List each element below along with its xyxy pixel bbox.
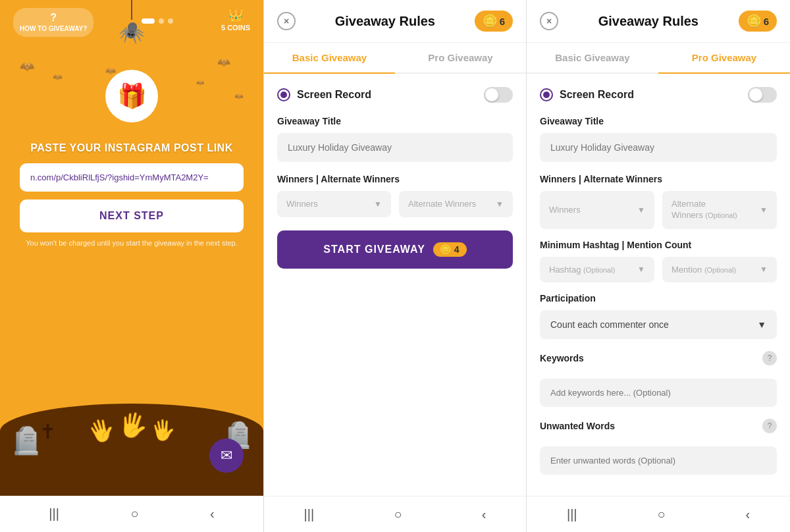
footer-bars-icon-pro[interactable]: ||| [567, 507, 577, 522]
participation-chevron-pro: ▼ [757, 319, 766, 330]
screen-record-toggle-basic[interactable] [484, 87, 513, 103]
footer-home-icon-basic[interactable]: ○ [394, 507, 402, 522]
winners-dropdown-pro[interactable]: Winners ▼ [540, 191, 654, 229]
progress-area [142, 13, 173, 24]
participation-dropdown-pro[interactable]: Count each commenter once ▼ [540, 310, 777, 339]
coins-label: 5 COINS [221, 24, 250, 32]
mail-icon: ✉ [221, 447, 232, 464]
footer-back-icon-pro[interactable]: ‹ [745, 507, 750, 522]
keywords-label-pro: Keywords [540, 353, 584, 363]
mention-value-pro: Mention (Optional) [672, 265, 736, 275]
charge-note: You won't be charged until you start the… [20, 239, 244, 247]
modal-body-pro: Screen Record Giveaway Title Winners | A… [527, 74, 790, 496]
start-coin-icon: 🪙 [440, 244, 452, 255]
alternate-label-pro: AlternateWinners (Optional) [672, 199, 737, 221]
participation-label-pro: Participation [540, 293, 777, 304]
start-coin-value: 4 [454, 244, 460, 255]
screen-record-label-basic: Screen Record [297, 89, 371, 101]
mail-fab-button[interactable]: ✉ [209, 439, 244, 473]
hashtag-chevron-pro: ▼ [637, 265, 645, 274]
alternate-dropdown-pro[interactable]: AlternateWinners (Optional) ▼ [662, 191, 777, 229]
basic-giveaway-modal: × Giveaway Rules 🪙 6 Basic Giveaway Pro … [263, 0, 527, 532]
bat-deco-3: 🦇 [217, 56, 230, 68]
screen-record-radio-basic[interactable] [277, 88, 290, 101]
winners-row-pro: Winners ▼ AlternateWinners (Optional) ▼ [540, 191, 777, 229]
keywords-header-row: Keywords ? [540, 351, 777, 365]
alternate-label-basic: Alternate Winners [408, 199, 476, 209]
modal-body-basic: Screen Record Giveaway Title Winners | A… [264, 74, 526, 496]
unwanted-input-pro[interactable] [540, 446, 777, 475]
dot-3 [168, 18, 173, 24]
gift-icon: 🎁 [105, 70, 158, 122]
tabs-row-basic: Basic Giveaway Pro Giveaway [264, 43, 526, 74]
tab-pro-giveaway[interactable]: Pro Giveaway [658, 43, 790, 72]
toggle-knob-basic [485, 88, 498, 101]
next-step-button[interactable]: NEXT STEP [20, 200, 244, 232]
toggle-knob-pro [749, 88, 762, 101]
modal-close-button-basic[interactable]: × [277, 12, 296, 30]
spider-thread [131, 0, 132, 20]
paste-section: PASTE YOUR INSTAGRAM POST LINK NEXT STEP… [0, 142, 263, 247]
spider-decoration: 🕷️ [118, 0, 145, 45]
progress-dots [142, 18, 173, 24]
giveaway-title-label-pro: Giveaway Title [540, 116, 777, 126]
phone-nav-bar: ||| ○ ‹ [0, 496, 263, 532]
footer-back-icon-basic[interactable]: ‹ [482, 507, 487, 522]
bat-deco-2: 🦇 [53, 72, 63, 82]
tab-pro-giveaway-basic[interactable]: Pro Giveaway [395, 43, 526, 72]
alternate-chevron-basic: ▼ [496, 200, 504, 209]
phone-panel: 🕷️ ? HOW TO GIVEAWAY? 👑 5 COINS 🦇 🦇 🦇 🦇 … [0, 0, 263, 532]
unwanted-help-icon[interactable]: ? [762, 419, 777, 433]
winners-value-basic: Winners [286, 199, 318, 209]
winners-row-basic: Winners ▼ Alternate Winners ▼ [277, 191, 513, 217]
pro-giveaway-modal: × Giveaway Rules 🪙 6 Basic Giveaway Pro … [527, 0, 790, 532]
bat-deco-1: 🦇 [20, 59, 34, 74]
nav-home-icon[interactable]: ○ [130, 506, 138, 521]
participation-value-pro: Count each commenter once [550, 319, 669, 330]
alternate-chevron-pro: ▼ [760, 205, 768, 215]
modal-close-button-pro[interactable]: × [540, 12, 558, 30]
coins-button[interactable]: 👑 5 COINS [221, 8, 250, 32]
tab-basic-giveaway-pro[interactable]: Basic Giveaway [527, 43, 658, 72]
cross-left: ✝ [40, 420, 56, 443]
start-giveaway-coins: 🪙 4 [433, 242, 467, 257]
close-icon-basic: × [284, 16, 289, 26]
keywords-input-pro[interactable] [540, 379, 777, 407]
coins-badge-basic: 🪙 6 [475, 11, 513, 32]
screen-record-toggle-pro[interactable] [748, 87, 777, 103]
winners-chevron-pro: ▼ [637, 205, 645, 215]
hashtag-dropdown-pro[interactable]: Hashtag (Optional) ▼ [540, 257, 654, 282]
start-giveaway-button[interactable]: START GIVEAWAY 🪙 4 [277, 230, 513, 269]
screen-record-row-basic: Screen Record [277, 87, 513, 103]
nav-bars-icon[interactable]: ||| [49, 506, 59, 521]
giveaway-title-input-pro[interactable] [540, 133, 777, 162]
paste-label: PASTE YOUR INSTAGRAM POST LINK [20, 142, 244, 154]
giveaway-title-input-basic[interactable] [277, 133, 513, 162]
coin-icon-pro: 🪙 [747, 14, 761, 28]
bat-deco-4: 🦇 [196, 79, 204, 86]
modal-footer-nav-basic: ||| ○ ‹ [264, 496, 526, 532]
modal-title-basic: Giveaway Rules [335, 14, 435, 29]
footer-home-icon-pro[interactable]: ○ [657, 507, 665, 522]
hashtag-optional-pro: (Optional) [583, 266, 615, 274]
tab-basic-giveaway[interactable]: Basic Giveaway [264, 43, 395, 72]
nav-back-icon[interactable]: ‹ [210, 506, 215, 521]
bat-deco-6: 🦇 [234, 92, 244, 101]
screen-record-label-pro: Screen Record [560, 89, 634, 101]
modal-footer-nav-pro: ||| ○ ‹ [527, 496, 790, 532]
winners-label-basic: Winners | Alternate Winners [277, 174, 513, 184]
spider-icon: 🕷️ [118, 20, 145, 45]
winners-label-pro: Winners | Alternate Winners [540, 174, 777, 184]
alternate-dropdown-basic[interactable]: Alternate Winners ▼ [399, 191, 513, 217]
winners-dropdown-basic[interactable]: Winners ▼ [277, 191, 391, 217]
screen-record-radio-pro[interactable] [540, 88, 553, 101]
hashtag-row-pro: Hashtag (Optional) ▼ Mention (Optional) … [540, 257, 777, 282]
tabs-row-pro: Basic Giveaway Pro Giveaway [527, 43, 790, 74]
footer-bars-icon-basic[interactable]: ||| [304, 507, 315, 522]
bat-deco-5: 🦇 [105, 66, 116, 76]
mention-dropdown-pro[interactable]: Mention (Optional) ▼ [662, 257, 777, 282]
how-to-button[interactable]: ? HOW TO GIVEAWAY? [13, 8, 93, 37]
keywords-help-icon[interactable]: ? [762, 351, 777, 365]
link-input[interactable] [20, 163, 244, 192]
crown-icon: 👑 [228, 8, 243, 22]
